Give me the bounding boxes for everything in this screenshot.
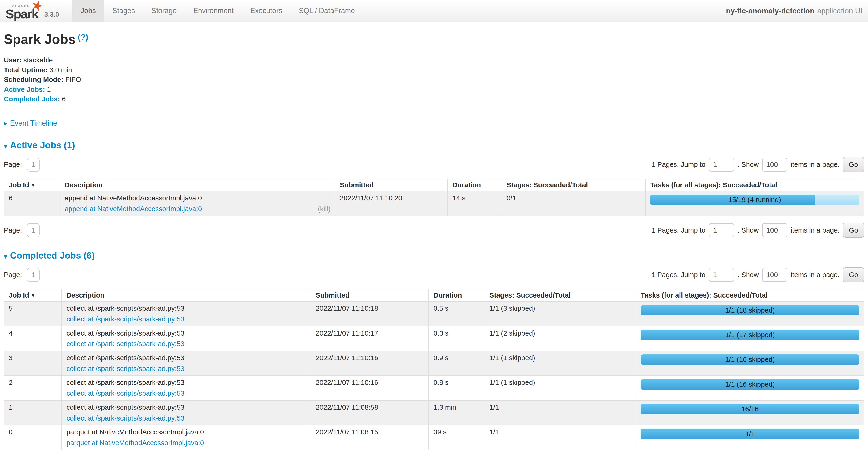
event-timeline-toggle[interactable]: ▸Event Timeline [4,119,864,127]
duration-cell: 0.3 s [429,326,485,351]
summary-scheduling-value: FIFO [65,76,81,83]
column-header-submitted[interactable]: Submitted [335,179,448,191]
column-header-label: Duration [433,291,462,299]
description-link[interactable]: collect at /spark-scripts/spark-ad.py:53 [66,340,184,348]
completed-jobs-table: Job Id▼DescriptionSubmittedDurationStage… [4,289,864,450]
items-per-page-input[interactable] [762,158,787,172]
items-per-page-input[interactable] [762,268,787,282]
progress-label: 1/1 (16 skipped) [641,379,859,390]
page-jump-controls: 1 Pages. Jump to. Showitems in a page.Go [652,267,864,282]
description-text: collect at /spark-scripts/spark-ad.py:53 [66,304,306,312]
column-header-label: Duration [453,181,481,189]
progress-label: 15/19 (4 running) [650,195,859,205]
jump-to-page-input[interactable] [709,223,734,237]
summary-uptime: Total Uptime: 3.0 min [4,65,864,75]
description-text: collect at /spark-scripts/spark-ad.py:53 [66,329,306,337]
jump-to-page-input[interactable] [709,268,734,282]
description-line2: collect at /spark-scripts/spark-ad.py:53 [66,365,306,373]
jump-to-page-input[interactable] [709,158,734,172]
job-row-6: 6append at NativeMethodAccessorImpl.java… [4,191,864,216]
active-table-pagination-bottom: Page:1 Pages. Jump to. Showitems in a pa… [4,223,864,238]
completed-jobs-link[interactable]: Completed Jobs: [4,95,60,103]
active-jobs-link[interactable]: Active Jobs: [4,85,45,93]
column-header-tasks-for-all-stages-succeeded-total[interactable]: Tasks (for all stages): Succeeded/Total [636,289,864,301]
description-cell: append at NativeMethodAccessorImpl.java:… [60,191,335,216]
job-id-cell: 3 [4,351,62,375]
description-link[interactable]: collect at /spark-scripts/spark-ad.py:53 [66,389,184,397]
tab-environment[interactable]: Environment [185,0,242,22]
job-row-1: 1collect at /spark-scripts/spark-ad.py:5… [4,400,864,425]
tab-storage[interactable]: Storage [143,0,185,22]
tab-sql-dataframe[interactable]: SQL / DataFrame [290,0,363,22]
app-title-suffix: application UI [817,6,862,15]
submitted-cell: 2022/11/07 11:10:18 [311,301,429,326]
completed-jobs-section-header[interactable]: ▾Completed Jobs (6) [4,250,864,261]
column-header-stages-succeeded-total[interactable]: Stages: Succeeded/Total [485,289,636,301]
page-jump-controls: 1 Pages. Jump to. Showitems in a page.Go [652,157,864,172]
stages-cell: 1/1 (2 skipped) [485,326,636,351]
collapse-arrow-icon: ▾ [4,142,7,150]
active-table-pagination-top: Page:1 Pages. Jump to. Showitems in a pa… [4,157,864,172]
tab-executors[interactable]: Executors [242,0,290,22]
column-header-tasks-for-all-stages-succeeded-total[interactable]: Tasks (for all stages): Succeeded/Total [646,179,864,191]
description-line2: collect at /spark-scripts/spark-ad.py:53 [66,414,306,422]
page-label: Page: [4,226,22,234]
description-link[interactable]: parquet at NativeMethodAccessorImpl.java… [66,439,204,447]
active-jobs-section-header[interactable]: ▾Active Jobs (1) [4,140,864,150]
column-header-submitted[interactable]: Submitted [311,289,429,301]
submitted-cell: 2022/11/07 11:10:20 [335,191,448,216]
description-cell: collect at /spark-scripts/spark-ad.py:53… [62,326,311,351]
tab-jobs[interactable]: Jobs [72,0,104,22]
duration-cell: 14 s [448,191,502,216]
go-button[interactable]: Go [843,267,864,282]
description-link[interactable]: collect at /spark-scripts/spark-ad.py:53 [66,414,184,422]
column-header-duration[interactable]: Duration [448,179,502,191]
active-jobs-table: Job Id▼DescriptionSubmittedDurationStage… [4,178,864,216]
items-per-page-text: items in a page. [790,226,839,234]
column-header-duration[interactable]: Duration [429,289,485,301]
items-per-page-input[interactable] [762,223,787,237]
spark-logo[interactable]: ★ APACHE Spark 3.3.0 [0,0,64,22]
description-link[interactable]: append at NativeMethodAccessorImpl.java:… [65,205,202,213]
kill-link[interactable]: (kill) [318,205,331,213]
description-link[interactable]: collect at /spark-scripts/spark-ad.py:53 [66,365,184,373]
pages-count-text: 1 Pages. Jump to [652,271,706,279]
column-header-description[interactable]: Description [62,289,311,301]
help-link[interactable]: (?) [78,32,88,42]
column-header-label: Stages: Succeeded/Total [506,181,588,189]
job-row-4: 4collect at /spark-scripts/spark-ad.py:5… [4,326,864,351]
submitted-cell: 2022/11/07 11:10:16 [311,376,429,400]
column-header-stages-succeeded-total[interactable]: Stages: Succeeded/Total [502,179,646,191]
duration-cell: 0.8 s [429,376,485,400]
progress-label: 1/1 (16 skipped) [641,354,859,365]
description-link[interactable]: collect at /spark-scripts/spark-ad.py:53 [66,315,184,323]
table-header-row: Job Id▼DescriptionSubmittedDurationStage… [4,289,864,301]
content: Spark Jobs(?) User: stackable Total Upti… [0,32,868,455]
job-id-cell: 5 [4,301,62,326]
column-header-description[interactable]: Description [60,179,335,191]
description-cell: parquet at NativeMethodAccessorImpl.java… [62,425,311,450]
progress-label: 1/1 [641,429,859,439]
column-header-job-id[interactable]: Job Id▼ [4,179,60,191]
tasks-cell: 1/1 (17 skipped) [636,326,864,351]
app-name: ny-tlc-anomaly-detection [726,6,814,15]
submitted-cell: 2022/11/07 11:08:58 [311,400,429,425]
go-button[interactable]: Go [843,223,864,238]
page-selector: Page: [4,268,40,282]
event-timeline-label: Event Timeline [10,119,57,127]
tasks-cell: 1/1 [636,425,864,450]
go-button[interactable]: Go [843,157,864,172]
active-jobs-section-title: Active Jobs (1) [10,140,75,150]
tasks-progress-bar: 1/1 (16 skipped) [641,354,859,365]
tab-stages[interactable]: Stages [104,0,143,22]
show-text: . Show [738,226,758,234]
page-number-input[interactable] [27,223,40,237]
description-text: collect at /spark-scripts/spark-ad.py:53 [66,378,306,387]
column-header-job-id[interactable]: Job Id▼ [4,289,62,301]
description-line2: parquet at NativeMethodAccessorImpl.java… [66,439,306,447]
description-line2: append at NativeMethodAccessorImpl.java:… [65,205,331,213]
page-number-input[interactable] [27,268,40,282]
page-selector: Page: [4,158,40,172]
page-number-input[interactable] [27,158,40,172]
tasks-cell: 16/16 [636,400,864,425]
